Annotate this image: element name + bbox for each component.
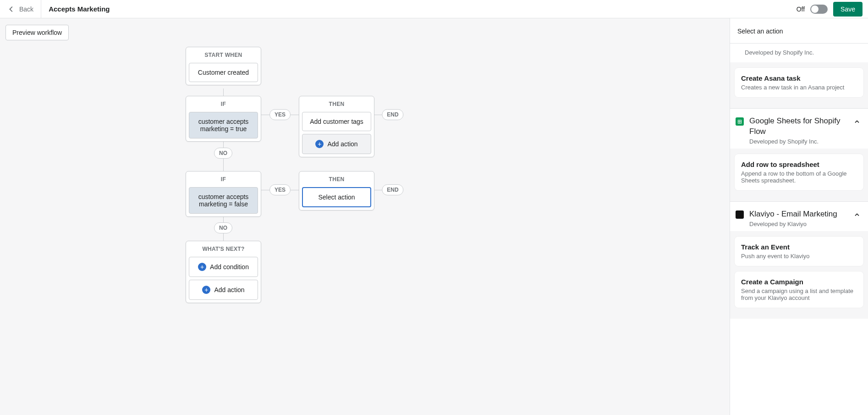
node-if1-header: IF <box>186 96 261 112</box>
group-klaviyo[interactable]: Klaviyo - Email Marketing Developed by K… <box>730 202 868 231</box>
plus-icon: + <box>202 286 210 294</box>
node-if2-body[interactable]: customer accepts marketing = false <box>189 187 258 214</box>
svg-marker-4 <box>737 212 742 217</box>
card-title: Create Asana task <box>741 74 857 82</box>
pill-end-1: END <box>382 109 403 120</box>
group-title: Klaviyo - Email Marketing <box>749 209 848 220</box>
klaviyo-icon <box>736 210 744 219</box>
header-right: Off Save <box>797 2 863 17</box>
node-start-header: START WHEN <box>186 47 261 63</box>
page-title: Accepts Marketing <box>41 5 110 13</box>
panel-sub-klaviyo: Track an Event Push any event to Klaviyo… <box>730 231 868 319</box>
action-panel: Select an action Developed by Shopify In… <box>730 18 868 415</box>
node-if2-header: IF <box>186 172 261 187</box>
header: Back Accepts Marketing Off Save <box>0 0 868 18</box>
node-next-header: WHAT'S NEXT? <box>186 241 261 257</box>
arrow-left-icon <box>7 5 16 13</box>
card-desc: Send a campaign using a list and templat… <box>741 288 857 301</box>
group-text: Google Sheets for Shopify Flow Developed… <box>749 116 848 145</box>
node-start-body: Customer created <box>189 63 258 82</box>
pill-no-2: NO <box>214 222 232 233</box>
card-desc: Push any event to Klaviyo <box>741 253 857 260</box>
action-add-row-spreadsheet[interactable]: Add row to spreadsheet Append a row to t… <box>735 154 863 190</box>
google-sheets-icon <box>736 117 744 126</box>
add-action-button[interactable]: + Add action <box>189 280 258 300</box>
node-if-2[interactable]: IF customer accepts marketing = false <box>186 171 261 217</box>
node-then2-header: THEN <box>299 172 374 187</box>
save-button[interactable]: Save <box>833 2 863 17</box>
chevron-up-icon <box>853 118 861 125</box>
connector <box>223 89 224 96</box>
add-condition-button[interactable]: + Add condition <box>189 257 258 277</box>
panel-sub-top: Create Asana task Creates a new task in … <box>730 62 868 108</box>
card-desc: Append a row to the bottom of a Google S… <box>741 170 857 184</box>
plus-icon: + <box>315 140 324 148</box>
workflow-canvas[interactable]: Preview workflow START WHEN Customer cre… <box>0 18 730 415</box>
action-track-event[interactable]: Track an Event Push any event to Klaviyo <box>735 237 863 266</box>
panel-section-top: Developed by Shopify Inc. Create Asana t… <box>730 43 868 108</box>
back-label: Back <box>19 6 33 13</box>
panel-section-gsheets: Google Sheets for Shopify Flow Developed… <box>730 108 868 201</box>
node-start[interactable]: START WHEN Customer created <box>186 47 261 85</box>
back-button[interactable]: Back <box>5 0 41 18</box>
workflow-toggle[interactable] <box>810 5 828 14</box>
card-title: Add row to spreadsheet <box>741 160 857 168</box>
node-then1-body[interactable]: Add customer tags <box>302 112 371 131</box>
add-action-then1[interactable]: + Add action <box>302 134 371 154</box>
group-text: Klaviyo - Email Marketing Developed by K… <box>749 209 848 227</box>
developed-by-shopify: Developed by Shopify Inc. <box>730 44 868 62</box>
node-then2-body[interactable]: Select action <box>302 187 371 207</box>
group-title: Google Sheets for Shopify Flow <box>749 116 848 137</box>
panel-title: Select an action <box>730 18 868 43</box>
action-create-campaign[interactable]: Create a Campaign Send a campaign using … <box>735 271 863 308</box>
node-then-1[interactable]: THEN Add customer tags + Add action <box>299 96 374 157</box>
group-google-sheets[interactable]: Google Sheets for Shopify Flow Developed… <box>730 109 868 149</box>
pill-yes-2: YES <box>269 184 291 195</box>
node-then-2[interactable]: THEN Select action <box>299 171 374 210</box>
header-left: Back Accepts Marketing <box>5 0 110 18</box>
group-sub: Developed by Shopify Inc. <box>749 138 848 145</box>
card-desc: Creates a new task in an Asana project <box>741 84 857 91</box>
add-action-label: Add action <box>327 140 357 148</box>
node-whats-next[interactable]: WHAT'S NEXT? + Add condition + Add actio… <box>186 241 261 303</box>
node-then1-header: THEN <box>299 96 374 112</box>
preview-workflow-button[interactable]: Preview workflow <box>5 25 69 40</box>
node-if-1[interactable]: IF customer accepts marketing = true <box>186 96 261 142</box>
add-condition-label: Add condition <box>210 263 249 271</box>
card-title: Track an Event <box>741 243 857 251</box>
toggle-label: Off <box>797 6 805 13</box>
plus-icon: + <box>198 263 206 271</box>
panel-section-klaviyo: Klaviyo - Email Marketing Developed by K… <box>730 201 868 319</box>
group-sub: Developed by Klaviyo <box>749 221 848 227</box>
node-if1-body[interactable]: customer accepts marketing = true <box>189 112 258 138</box>
add-action-label: Add action <box>214 286 244 293</box>
pill-end-2: END <box>382 184 403 195</box>
panel-sub-gsheets: Add row to spreadsheet Append a row to t… <box>730 149 868 201</box>
card-title: Create a Campaign <box>741 278 857 286</box>
chevron-up-icon <box>853 211 861 218</box>
pill-no-1: NO <box>214 148 232 159</box>
action-create-asana-task[interactable]: Create Asana task Creates a new task in … <box>735 68 863 97</box>
pill-yes-1: YES <box>269 109 291 120</box>
